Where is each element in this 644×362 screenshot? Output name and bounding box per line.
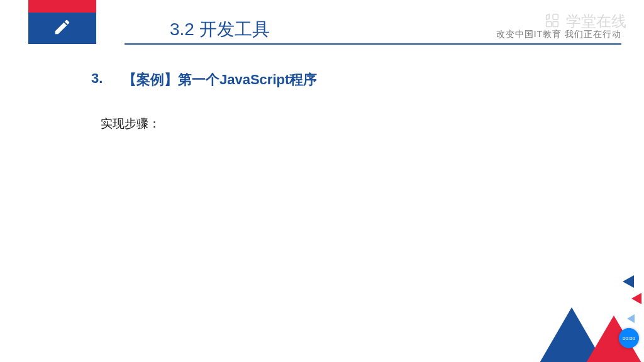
- body-text: 实现步骤：: [101, 116, 160, 132]
- section-title: 【案例】第一个JavaScript程序: [123, 70, 317, 89]
- section-number: 3.: [91, 70, 103, 87]
- watermark-text: 学堂在线: [566, 11, 626, 31]
- watermark: 学堂在线: [543, 11, 626, 31]
- decorative-red-bar: [28, 0, 96, 13]
- decorative-triangle: [623, 275, 634, 288]
- pencil-icon: [53, 18, 72, 39]
- svg-rect-2: [553, 21, 558, 26]
- decorative-triangle: [631, 293, 641, 304]
- divider-line: [125, 43, 621, 45]
- pencil-tab: [28, 13, 96, 44]
- svg-rect-1: [547, 21, 552, 26]
- slide-title: 3.2 开发工具: [170, 18, 270, 41]
- timestamp-badge: 00:00: [619, 328, 639, 348]
- grid-logo-icon: [543, 11, 561, 31]
- svg-rect-0: [553, 14, 558, 19]
